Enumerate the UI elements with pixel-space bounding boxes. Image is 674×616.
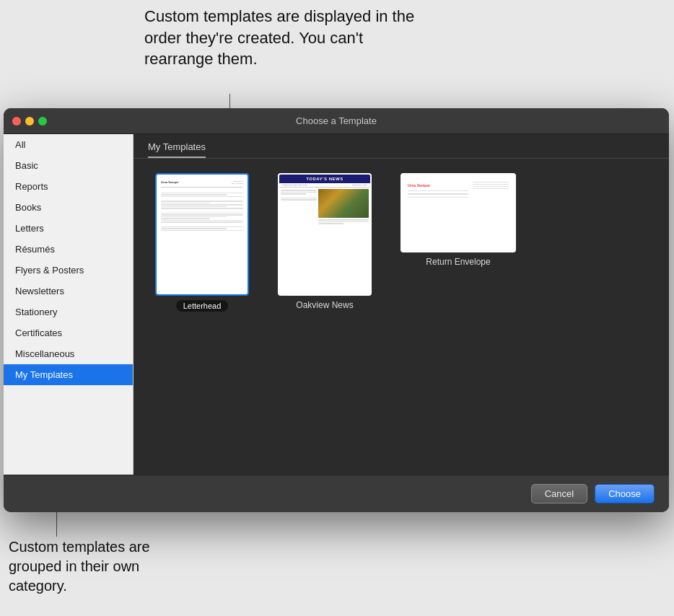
dialog-window: Choose a Template All Basic Reports Book… (4, 108, 669, 512)
choose-button[interactable]: Choose (595, 484, 655, 503)
return-envelope-thumbnail: Urna Semper (401, 173, 516, 252)
cancel-button[interactable]: Cancel (531, 484, 587, 503)
sidebar-item-letters[interactable]: Letters (4, 218, 133, 239)
callout-bottom: Custom templates are grouped in their ow… (0, 532, 173, 602)
minimize-button[interactable] (25, 117, 34, 126)
sidebar-item-miscellaneous[interactable]: Miscellaneous (4, 343, 133, 364)
window-controls (12, 117, 47, 126)
sidebar-item-reports[interactable]: Reports (4, 176, 133, 197)
template-card-return-envelope[interactable]: Urna Semper Return Enve (401, 173, 516, 267)
template-card-letterhead[interactable]: Urna Semper 123 Main StCity, ST 00000 (155, 173, 249, 312)
sidebar-item-my-templates[interactable]: My Templates (4, 364, 133, 385)
letterhead-thumbnail: Urna Semper 123 Main StCity, ST 00000 (155, 173, 249, 296)
dialog-footer: Cancel Choose (4, 475, 669, 512)
letterhead-label: Letterhead (176, 300, 229, 312)
sidebar-item-books[interactable]: Books (4, 197, 133, 218)
sidebar-item-basic[interactable]: Basic (4, 155, 133, 176)
close-button[interactable] (12, 117, 21, 126)
templates-grid: Urna Semper 123 Main StCity, ST 00000 (134, 159, 669, 475)
tab-my-templates[interactable]: My Templates (148, 141, 206, 158)
main-content: My Templates Urna Semper 123 Main StCity… (134, 134, 669, 475)
sidebar-item-all[interactable]: All (4, 134, 133, 155)
callout-top-text: Custom templates are displayed in the or… (144, 7, 414, 68)
sidebar-item-newsletters[interactable]: Newsletters (4, 281, 133, 302)
template-card-oakview-news[interactable]: TODAY'S NEWS Praesent duis tellus diam l… (278, 173, 372, 310)
sidebar-item-flyers[interactable]: Flyers & Posters (4, 260, 133, 281)
content-header: My Templates (134, 134, 669, 159)
sidebar-item-resumes[interactable]: Résumés (4, 239, 133, 260)
dialog-body: All Basic Reports Books Letters Résumés … (4, 134, 669, 475)
sidebar: All Basic Reports Books Letters Résumés … (4, 134, 134, 475)
sidebar-item-stationery[interactable]: Stationery (4, 302, 133, 322)
maximize-button[interactable] (38, 117, 47, 126)
callout-bottom-text: Custom templates are grouped in their ow… (9, 539, 150, 594)
oakview-news-thumbnail: TODAY'S NEWS Praesent duis tellus diam l… (278, 173, 372, 296)
dialog-title: Choose a Template (296, 115, 377, 126)
title-bar: Choose a Template (4, 108, 669, 134)
callout-top: Custom templates are displayed in the or… (144, 0, 419, 76)
callout-bottom-arrow (56, 508, 57, 537)
return-envelope-label: Return Envelope (426, 257, 490, 267)
sidebar-item-certificates[interactable]: Certificates (4, 322, 133, 343)
oakview-news-label: Oakview News (296, 300, 353, 310)
